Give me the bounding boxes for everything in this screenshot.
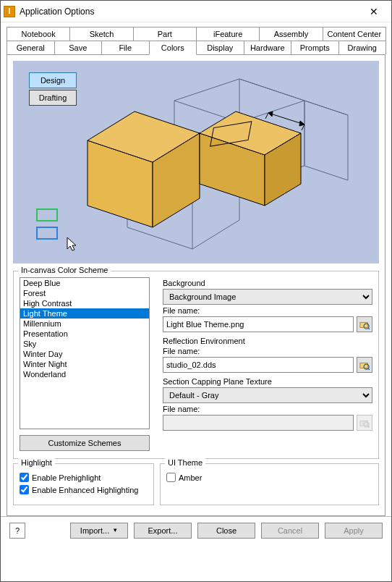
svg-rect-15 bbox=[37, 209, 57, 221]
browse-icon bbox=[359, 360, 370, 370]
chevron-down-icon: ▼ bbox=[112, 527, 118, 534]
group-highlight: Highlight Enable Prehighlight Enable Enh… bbox=[13, 463, 154, 505]
tabs-area: Notebook Sketch Part iFeature Assembly C… bbox=[1, 22, 391, 516]
tab-save[interactable]: Save bbox=[54, 41, 103, 54]
scheme-item[interactable]: Wonderland bbox=[20, 369, 149, 379]
drafting-mode-button[interactable]: Drafting bbox=[29, 90, 77, 106]
svg-marker-12 bbox=[299, 121, 304, 126]
enhanced-label: Enable Enhanced Highlighting bbox=[32, 486, 138, 494]
bg-file-input[interactable] bbox=[163, 316, 354, 332]
svg-rect-16 bbox=[37, 227, 57, 239]
prehighlight-label: Enable Prehighlight bbox=[32, 473, 101, 482]
svg-line-26 bbox=[368, 426, 370, 428]
browse-icon bbox=[359, 418, 370, 428]
close-icon[interactable]: ✕ bbox=[359, 6, 388, 17]
tab-display[interactable]: Display bbox=[196, 41, 244, 54]
svg-marker-17 bbox=[67, 237, 76, 250]
drafting-label: Drafting bbox=[39, 93, 67, 102]
tab-colors[interactable]: Colors bbox=[149, 41, 197, 55]
tab-sketch[interactable]: Sketch bbox=[69, 27, 133, 41]
section-file-input[interactable] bbox=[163, 415, 354, 431]
export-button[interactable]: Export... bbox=[134, 523, 192, 539]
amber-label: Amber bbox=[179, 473, 202, 482]
close-button[interactable]: Close bbox=[197, 523, 255, 539]
tab-prompts[interactable]: Prompts bbox=[291, 41, 339, 54]
scheme-item[interactable]: High Contrast bbox=[20, 298, 149, 308]
tab-ifeature[interactable]: iFeature bbox=[196, 27, 260, 41]
tab-content: Design Drafting bbox=[7, 54, 385, 516]
tab-row-2: General Save File Colors Display Hardwar… bbox=[7, 41, 385, 54]
customize-schemes-button[interactable]: Customize Schemes bbox=[20, 435, 150, 451]
help-icon: ? bbox=[15, 526, 20, 535]
reflection-label: Reflection Environment bbox=[163, 337, 372, 345]
import-button[interactable]: Import...▼ bbox=[70, 523, 128, 539]
titlebar: I Application Options ✕ bbox=[1, 1, 391, 22]
group-scheme-title: In-canvas Color Scheme bbox=[18, 266, 111, 274]
group-scheme: In-canvas Color Scheme Deep Blue Forest … bbox=[13, 271, 379, 459]
prehighlight-checkbox[interactable]: Enable Prehighlight bbox=[20, 473, 148, 482]
scheme-item-selected[interactable]: Light Theme bbox=[20, 308, 149, 319]
tab-general[interactable]: General bbox=[7, 41, 55, 54]
section-select[interactable]: Default - Gray bbox=[163, 387, 372, 403]
svg-line-10 bbox=[268, 113, 304, 125]
section-label: Section Capping Plane Texture bbox=[163, 377, 372, 386]
tab-assembly[interactable]: Assembly bbox=[259, 27, 323, 41]
svg-line-20 bbox=[368, 328, 370, 329]
app-icon: I bbox=[4, 6, 15, 17]
tab-file[interactable]: File bbox=[101, 41, 150, 54]
filename-label-2: File name: bbox=[163, 347, 372, 355]
scheme-listbox[interactable]: Deep Blue Forest High Contrast Light The… bbox=[20, 277, 150, 429]
uitheme-title: UI Theme bbox=[165, 458, 205, 467]
tab-part[interactable]: Part bbox=[133, 27, 197, 41]
browse-icon bbox=[359, 319, 370, 329]
browse-reflection-button[interactable] bbox=[357, 357, 372, 373]
footer: ? Import...▼ Export... Close Cancel Appl… bbox=[1, 516, 391, 544]
window-title: Application Options bbox=[20, 7, 359, 17]
browse-bg-button[interactable] bbox=[357, 316, 372, 332]
tab-drawing[interactable]: Drawing bbox=[338, 41, 387, 54]
design-mode-button[interactable]: Design bbox=[29, 72, 77, 88]
background-select[interactable]: Background Image bbox=[163, 289, 372, 305]
tab-notebook[interactable]: Notebook bbox=[7, 27, 70, 41]
svg-line-23 bbox=[368, 368, 370, 370]
scheme-item[interactable]: Winter Night bbox=[20, 359, 149, 369]
filename-label-3: File name: bbox=[163, 405, 372, 413]
design-label: Design bbox=[41, 76, 65, 85]
highlight-title: Highlight bbox=[18, 458, 55, 467]
amber-checkbox[interactable]: Amber bbox=[166, 473, 372, 482]
reflection-file-input[interactable] bbox=[163, 357, 354, 373]
cancel-button[interactable]: Cancel bbox=[261, 523, 319, 539]
help-button[interactable]: ? bbox=[9, 523, 25, 539]
preview-canvas: Design Drafting bbox=[13, 61, 379, 263]
scheme-item[interactable]: Millennium bbox=[20, 319, 149, 329]
scheme-item[interactable]: Sky bbox=[20, 339, 149, 349]
scheme-item[interactable]: Forest bbox=[20, 288, 149, 298]
enhanced-highlight-checkbox[interactable]: Enable Enhanced Highlighting bbox=[20, 485, 148, 494]
browse-section-button bbox=[357, 415, 372, 431]
tab-row-1: Notebook Sketch Part iFeature Assembly C… bbox=[7, 27, 385, 41]
tab-hardware[interactable]: Hardware bbox=[244, 41, 292, 54]
scheme-item[interactable]: Winter Day bbox=[20, 349, 149, 359]
background-label: Background bbox=[163, 279, 372, 287]
group-uitheme: UI Theme Amber bbox=[160, 463, 379, 505]
scheme-item[interactable]: Deep Blue bbox=[20, 278, 149, 288]
options-window: I Application Options ✕ Notebook Sketch … bbox=[0, 0, 392, 582]
tab-contentcenter[interactable]: Content Center bbox=[323, 27, 386, 41]
filename-label-1: File name: bbox=[163, 306, 372, 315]
scheme-item[interactable]: Presentation bbox=[20, 329, 149, 339]
apply-button[interactable]: Apply bbox=[325, 523, 383, 539]
